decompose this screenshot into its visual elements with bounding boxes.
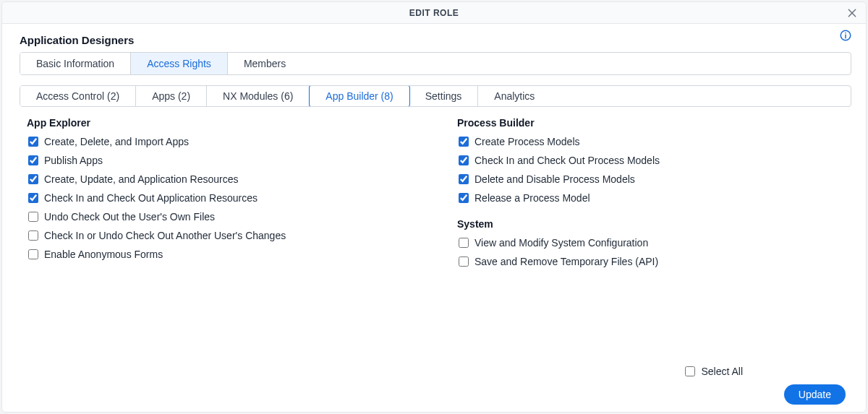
secondary-tab-access-control-2[interactable]: Access Control (2): [20, 86, 136, 106]
edit-role-dialog: EDIT ROLE Application Designers Basic In…: [1, 1, 867, 413]
secondary-tab-analytics[interactable]: Analytics: [478, 86, 550, 106]
permission-checkbox[interactable]: [459, 238, 469, 248]
permission-label: Enable Anonymous Forms: [44, 249, 163, 260]
svg-point-4: [845, 33, 846, 34]
permission-checkbox[interactable]: [459, 137, 469, 147]
dialog-body: Application Designers Basic InformationA…: [2, 24, 866, 412]
permission-item[interactable]: Save and Remove Temporary Files (API): [459, 256, 851, 267]
permission-checkbox[interactable]: [459, 174, 469, 184]
permission-checkbox[interactable]: [459, 155, 469, 165]
primary-tab-access-rights[interactable]: Access Rights: [131, 53, 228, 74]
permission-checkbox[interactable]: [28, 137, 38, 147]
permission-label: Create, Delete, and Import Apps: [44, 136, 189, 147]
permission-item[interactable]: View and Modify System Configuration: [459, 237, 851, 249]
primary-tabs: Basic InformationAccess RightsMembers: [20, 52, 851, 75]
select-all-checkbox[interactable]: Select All: [685, 366, 743, 377]
permission-checkbox[interactable]: [28, 230, 38, 241]
permission-checkbox[interactable]: [28, 155, 38, 165]
primary-tab-members[interactable]: Members: [228, 53, 302, 74]
permission-label: Undo Check Out the User's Own Files: [44, 211, 215, 223]
secondary-tab-apps-2[interactable]: Apps (2): [136, 86, 207, 106]
info-icon[interactable]: [838, 28, 853, 43]
permission-item[interactable]: Enable Anonymous Forms: [28, 249, 421, 260]
permission-item[interactable]: Delete and Disable Process Models: [459, 173, 851, 185]
dialog-header: EDIT ROLE: [2, 2, 866, 24]
permission-item[interactable]: Release a Process Model: [459, 192, 851, 204]
select-all-label: Select All: [701, 366, 743, 377]
permission-label: Check In and Check Out Application Resou…: [44, 192, 258, 204]
permission-item[interactable]: Check In and Check Out Process Models: [459, 155, 851, 166]
secondary-tab-nx-modules-6[interactable]: NX Modules (6): [207, 86, 310, 106]
permissions-right-column: Process BuilderCreate Process ModelsChec…: [450, 117, 851, 275]
section-title-system: System: [457, 218, 851, 230]
dialog-footer: Select All Update: [20, 366, 851, 405]
permission-checkbox[interactable]: [28, 212, 38, 222]
permission-item[interactable]: Create, Delete, and Import Apps: [28, 136, 421, 147]
permission-label: Publish Apps: [44, 155, 103, 166]
update-button[interactable]: Update: [784, 384, 846, 405]
permission-item[interactable]: Undo Check Out the User's Own Files: [28, 211, 421, 223]
section-title-process-builder: Process Builder: [457, 117, 851, 129]
permission-label: Create Process Models: [475, 136, 580, 147]
primary-tab-basic-information[interactable]: Basic Information: [20, 53, 131, 74]
permission-label: Release a Process Model: [475, 192, 590, 204]
dialog-title: EDIT ROLE: [409, 8, 459, 18]
permission-checkbox[interactable]: [28, 193, 38, 203]
permission-checkbox[interactable]: [28, 174, 38, 184]
permission-label: Create, Update, and Application Resource…: [44, 173, 239, 185]
permission-label: Check In or Undo Check Out Another User'…: [44, 230, 286, 241]
permissions-columns: App ExplorerCreate, Delete, and Import A…: [20, 117, 851, 275]
permission-checkbox[interactable]: [28, 249, 38, 259]
permission-checkbox[interactable]: [459, 256, 469, 267]
select-all-input[interactable]: [685, 366, 695, 376]
permission-item[interactable]: Check In or Undo Check Out Another User'…: [28, 230, 421, 241]
role-name: Application Designers: [20, 34, 851, 46]
permissions-left-column: App ExplorerCreate, Delete, and Import A…: [20, 117, 421, 275]
permission-item[interactable]: Check In and Check Out Application Resou…: [28, 192, 421, 204]
permission-label: Delete and Disable Process Models: [475, 173, 635, 185]
secondary-tab-app-builder-8[interactable]: App Builder (8): [309, 85, 409, 107]
secondary-tab-settings[interactable]: Settings: [409, 86, 479, 106]
permission-label: View and Modify System Configuration: [475, 237, 648, 249]
permission-label: Check In and Check Out Process Models: [475, 155, 660, 166]
permission-item[interactable]: Create Process Models: [459, 136, 851, 147]
permission-label: Save and Remove Temporary Files (API): [475, 256, 658, 267]
permission-item[interactable]: Create, Update, and Application Resource…: [28, 173, 421, 185]
section-title-app-explorer: App Explorer: [27, 117, 421, 129]
permission-item[interactable]: Publish Apps: [28, 155, 421, 166]
secondary-tabs: Access Control (2)Apps (2)NX Modules (6)…: [20, 85, 851, 107]
close-icon[interactable]: [844, 5, 860, 21]
permission-checkbox[interactable]: [459, 193, 469, 203]
